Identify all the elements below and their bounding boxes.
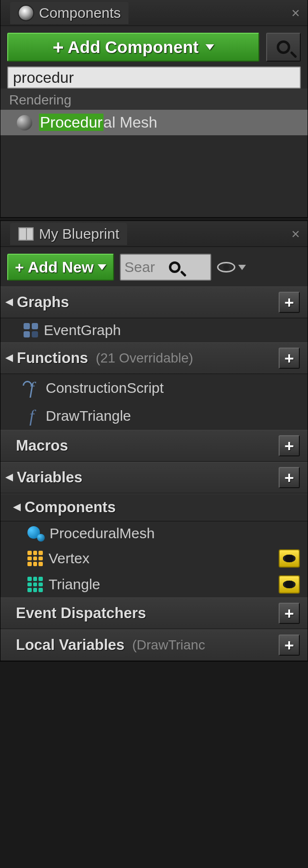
add-local-variable-button[interactable]: + <box>279 635 300 656</box>
blueprint-tab-title: My Blueprint <box>39 226 119 242</box>
plus-icon: + <box>52 37 64 58</box>
expand-icon <box>5 354 13 362</box>
blueprint-search-input[interactable] <box>125 259 169 275</box>
chevron-down-icon <box>238 265 246 270</box>
close-icon[interactable]: × <box>291 226 308 242</box>
expand-icon <box>5 298 13 306</box>
expand-icon <box>13 504 21 511</box>
triangle-label: Triangle <box>49 576 100 593</box>
components-tab[interactable]: Components <box>10 2 128 24</box>
var-triangle[interactable]: Triangle <box>0 571 308 597</box>
item-drawtriangle[interactable]: f DrawTriangle <box>0 402 308 430</box>
section-variables[interactable]: Variables + <box>0 462 308 493</box>
functions-title: Functions <box>17 350 88 367</box>
var-components-title: Components <box>25 499 116 516</box>
eventgraph-label: EventGraph <box>44 322 121 338</box>
component-search-input[interactable] <box>13 69 295 87</box>
blueprint-icon <box>18 226 34 242</box>
blueprint-tab[interactable]: My Blueprint <box>10 223 127 245</box>
eye-icon <box>283 555 295 562</box>
mesh-icon <box>17 115 32 130</box>
graph-icon <box>24 323 38 337</box>
components-empty-area <box>0 135 308 217</box>
search-components-button[interactable] <box>266 33 301 62</box>
var-vertex[interactable]: Vertex <box>0 545 308 571</box>
search-result-procedural-mesh[interactable]: Procedural Mesh <box>0 110 308 135</box>
section-graphs[interactable]: Graphs + <box>0 286 308 318</box>
var-proceduralmesh[interactable]: ProceduralMesh <box>0 521 308 545</box>
visibility-filter[interactable] <box>217 262 246 272</box>
section-var-components[interactable]: Components <box>0 493 308 521</box>
blueprint-toolbar: + Add New <box>0 247 308 286</box>
section-local-variables[interactable]: Local Variables (DrawTrianc + <box>0 629 308 661</box>
visibility-toggle[interactable] <box>279 575 300 594</box>
my-blueprint-panel: My Blueprint × + Add New Graphs + EventG… <box>0 220 308 661</box>
add-macro-button[interactable]: + <box>279 435 300 456</box>
event-dispatchers-title: Event Dispatchers <box>16 605 146 622</box>
constructionscript-label: ConstructionScript <box>46 380 164 396</box>
blueprint-tab-bar: My Blueprint × <box>0 221 308 247</box>
eye-icon <box>217 262 235 272</box>
component-icon <box>27 526 44 541</box>
plus-icon: + <box>15 259 24 276</box>
functions-subtitle: (21 Overridable) <box>96 350 193 366</box>
component-search-field[interactable] <box>7 66 301 89</box>
add-component-label: Add Component <box>68 38 199 57</box>
add-new-button[interactable]: + Add New <box>7 254 114 281</box>
proceduralmesh-label: ProceduralMesh <box>50 525 154 542</box>
local-variables-title: Local Variables <box>16 636 125 654</box>
search-icon <box>277 40 290 54</box>
add-graph-button[interactable]: + <box>279 292 300 313</box>
components-tab-bar: Components × <box>0 0 308 26</box>
vertex-label: Vertex <box>49 550 90 567</box>
components-toolbar: + Add Component <box>0 26 308 66</box>
result-text: Procedural Mesh <box>39 114 157 131</box>
add-event-dispatcher-button[interactable]: + <box>279 603 300 624</box>
section-macros[interactable]: Macros + <box>0 430 308 462</box>
result-highlight: Procedur <box>39 114 103 131</box>
variables-title: Variables <box>17 469 82 486</box>
blueprint-search-field[interactable] <box>120 254 211 281</box>
category-rendering: Rendering <box>0 89 308 110</box>
components-icon <box>18 5 34 21</box>
macros-title: Macros <box>16 437 68 454</box>
chevron-down-icon <box>98 264 106 270</box>
chevron-down-icon <box>205 44 214 50</box>
eye-icon <box>283 581 295 588</box>
section-event-dispatchers[interactable]: Event Dispatchers + <box>0 597 308 629</box>
function-icon: f <box>24 406 40 426</box>
close-icon[interactable]: × <box>291 5 308 21</box>
array-icon <box>27 577 43 592</box>
local-variables-subtitle: (DrawTrianc <box>132 637 205 653</box>
result-rest: al Mesh <box>103 114 157 131</box>
array-icon <box>27 551 43 566</box>
function-override-icon: f <box>24 378 40 398</box>
search-icon <box>169 261 180 273</box>
add-new-label: Add New <box>28 259 94 276</box>
visibility-toggle[interactable] <box>279 549 300 568</box>
section-functions[interactable]: Functions (21 Overridable) + <box>0 342 308 374</box>
add-variable-button[interactable]: + <box>279 467 300 488</box>
drawtriangle-label: DrawTriangle <box>46 408 131 424</box>
expand-icon <box>5 474 13 481</box>
graphs-title: Graphs <box>17 294 69 311</box>
components-panel: Components × + Add Component Rendering P… <box>0 0 308 218</box>
item-constructionscript[interactable]: f ConstructionScript <box>0 374 308 402</box>
components-tab-title: Components <box>39 5 121 21</box>
add-component-button[interactable]: + Add Component <box>7 33 259 62</box>
item-eventgraph[interactable]: EventGraph <box>0 318 308 342</box>
add-function-button[interactable]: + <box>279 348 300 369</box>
